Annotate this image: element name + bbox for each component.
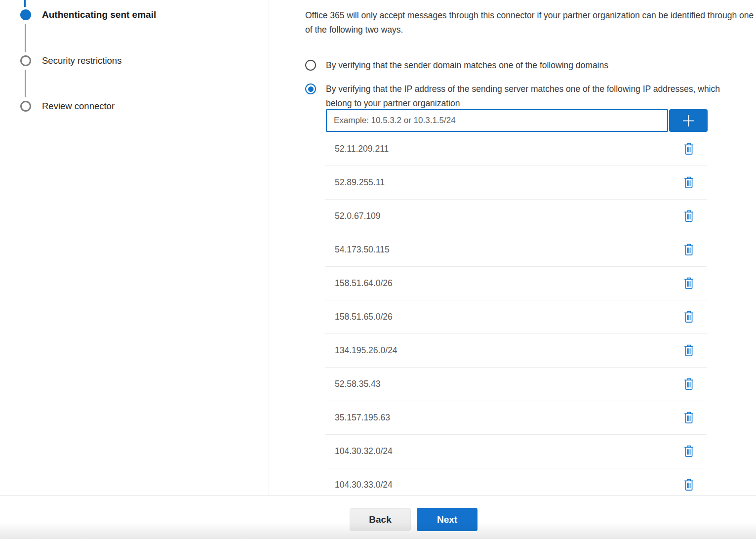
option-verify-sender-domain[interactable]: By verifying that the sender domain matc…	[305, 58, 608, 73]
trash-icon	[684, 176, 694, 189]
ip-address-entry-row	[326, 109, 708, 132]
delete-ip-button[interactable]	[684, 344, 694, 357]
ip-list-row: 52.89.255.11	[325, 166, 707, 200]
delete-ip-button[interactable]	[684, 244, 694, 256]
add-ip-button[interactable]	[669, 109, 708, 132]
sidebar-item-review-connector: Review connector	[42, 101, 115, 112]
radio-dot	[308, 86, 314, 92]
delete-ip-button[interactable]	[684, 378, 694, 390]
delete-ip-button[interactable]	[684, 143, 694, 155]
trash-icon	[684, 143, 694, 155]
sidebar-item-authenticating-sent-email: Authenticating sent email	[42, 9, 156, 20]
ip-address-value: 52.58.35.43	[335, 379, 380, 389]
plus-icon	[682, 114, 695, 127]
trash-icon	[684, 277, 694, 290]
delete-ip-button[interactable]	[684, 277, 694, 290]
trash-icon	[684, 378, 694, 390]
option-verify-ip-address-label: By verifying that the IP address of the …	[326, 82, 736, 110]
ip-list-row: 158.51.64.0/26	[325, 267, 707, 300]
sidebar-item-security-restrictions: Security restrictions	[42, 55, 121, 66]
ip-list-row: 52.0.67.109	[325, 200, 707, 233]
ip-address-value: 52.89.255.11	[335, 177, 385, 188]
trash-icon	[684, 344, 694, 357]
option-verify-ip-address[interactable]: By verifying that the IP address of the …	[305, 82, 736, 110]
ip-address-value: 158.51.65.0/26	[335, 312, 393, 322]
ip-list-row: 35.157.195.63	[325, 401, 707, 435]
option-verify-sender-domain-label: By verifying that the sender domain matc…	[326, 58, 608, 73]
ip-address-value: 104.30.33.0/24	[335, 480, 393, 490]
ip-address-value: 134.195.26.0/24	[335, 345, 398, 356]
ip-address-value: 52.0.67.109	[335, 211, 380, 221]
step-connector-line	[25, 24, 26, 52]
ip-list-row: 104.30.33.0/24	[325, 468, 707, 496]
trash-icon	[684, 244, 694, 256]
radio-unselected-icon[interactable]	[305, 60, 316, 71]
trash-icon	[684, 412, 694, 424]
trash-icon	[684, 210, 694, 222]
ip-list-row: 134.195.26.0/24	[325, 334, 707, 368]
step-indicator-review-connector	[20, 101, 31, 112]
ip-address-value: 54.173.50.115	[335, 245, 390, 255]
delete-ip-button[interactable]	[684, 479, 694, 491]
ip-address-input[interactable]	[326, 109, 668, 132]
step-connector-line	[25, 70, 26, 97]
ip-address-value: 52.11.209.211	[335, 144, 389, 154]
ip-list-row: 52.58.35.43	[325, 368, 707, 401]
next-button[interactable]: Next	[417, 508, 477, 531]
ip-list-row: 54.173.50.115	[325, 233, 707, 267]
ip-address-value: 158.51.64.0/26	[335, 278, 393, 289]
ip-address-value: 35.157.195.63	[335, 413, 390, 423]
ip-list-row: 104.30.32.0/24	[325, 435, 707, 468]
wizard-footer: Back Next	[0, 496, 756, 539]
radio-selected-icon[interactable]	[305, 83, 316, 94]
delete-ip-button[interactable]	[684, 176, 694, 189]
ip-list-row: 52.11.209.211	[325, 132, 707, 166]
wizard-steps-sidebar: Authenticating sent email Security restr…	[0, 0, 269, 496]
ip-address-value: 104.30.32.0/24	[335, 446, 393, 456]
trash-icon	[684, 479, 694, 491]
page-description: Office 365 will only accept messages thr…	[305, 8, 756, 37]
delete-ip-button[interactable]	[684, 412, 694, 424]
step-indicator-authenticating-sent-email	[20, 9, 31, 20]
delete-ip-button[interactable]	[684, 445, 694, 457]
delete-ip-button[interactable]	[684, 311, 694, 323]
step-connector-line-top	[24, 0, 26, 7]
step-indicator-security-restrictions	[20, 55, 31, 66]
back-button[interactable]: Back	[350, 508, 411, 531]
ip-list-row: 158.51.65.0/26	[325, 300, 707, 334]
delete-ip-button[interactable]	[684, 210, 694, 222]
trash-icon	[684, 445, 694, 457]
trash-icon	[684, 311, 694, 323]
ip-address-list: 52.11.209.211 52.89.255.11	[325, 132, 707, 496]
